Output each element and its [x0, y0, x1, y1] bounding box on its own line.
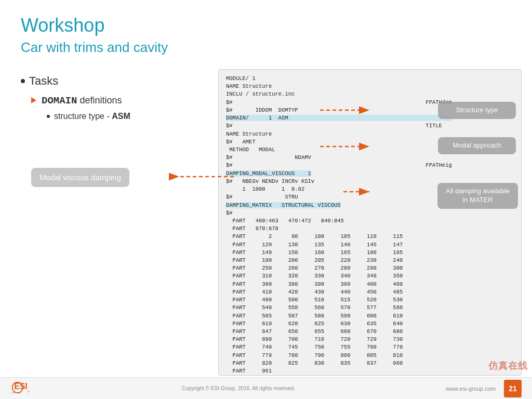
small-bullet: [47, 115, 50, 118]
damping-modal-highlight: DAMPING_MODAL_VISCOUS 1: [226, 170, 311, 177]
left-panel: Tasks DOMAIN definitions structure type …: [21, 69, 208, 376]
svg-text:get it right: get it right: [11, 391, 21, 394]
structure-type-annotation: Structure type: [438, 102, 516, 119]
svg-text:®: ®: [28, 390, 30, 393]
damping-matrix-highlight: DAMPING_MATRIX STRUCTURAL VISCOUS: [226, 202, 341, 208]
page-title: Workshop: [21, 15, 511, 36]
code-panel-wrapper: MODULE/ 1 NAME Structure INCLU / structu…: [218, 69, 522, 376]
modal-damping-label: Modal viscous damping: [31, 168, 129, 187]
domain-task-text: DOMAIN definitions: [42, 95, 122, 107]
modal-approach-annotation: Modal approach: [438, 137, 516, 154]
tasks-header: Tasks: [21, 74, 208, 88]
modal-damping-container: Modal viscous damping: [21, 147, 208, 187]
all-damping-annotation: All damping available in MATER: [437, 183, 518, 209]
domain-keyword: DOMAIN: [42, 95, 77, 107]
bullet-dot: [21, 79, 25, 83]
svg-text:ESI: ESI: [14, 382, 28, 391]
code-block-panel: MODULE/ 1 NAME Structure INCLU / structu…: [218, 69, 522, 376]
header: Workshop Car with trims and cavity: [0, 0, 532, 69]
triangle-arrow-icon: [31, 97, 36, 103]
footer-right: www.esi-group.com 21: [446, 380, 522, 397]
domain-task-item: DOMAIN definitions: [31, 95, 208, 107]
website-text: www.esi-group.com: [446, 385, 496, 392]
watermark: 仿真在线: [484, 358, 532, 373]
structure-type-subitem: structure type - ASM: [47, 112, 208, 121]
copyright-text: Copyright © ESI Group, 2016. All rights …: [182, 385, 295, 391]
footer-logo-section: ESI get it right ®: [10, 381, 31, 396]
domain-line-highlight: DOMAIN/ 1 ASM: [226, 115, 452, 121]
footer: ESI get it right ® Copyright © ESI Group…: [0, 377, 532, 399]
tasks-label: Tasks: [29, 74, 58, 88]
asm-keyword: ASM: [112, 112, 130, 121]
main-content: Tasks DOMAIN definitions structure type …: [0, 69, 532, 376]
esi-logo-icon: ESI get it right ®: [10, 381, 31, 396]
page-number: 21: [504, 380, 522, 397]
code-content: MODULE/ 1 NAME Structure INCLU / structu…: [226, 75, 514, 376]
page-subtitle: Car with trims and cavity: [21, 39, 511, 56]
structure-type-text: structure type - ASM: [54, 112, 130, 121]
